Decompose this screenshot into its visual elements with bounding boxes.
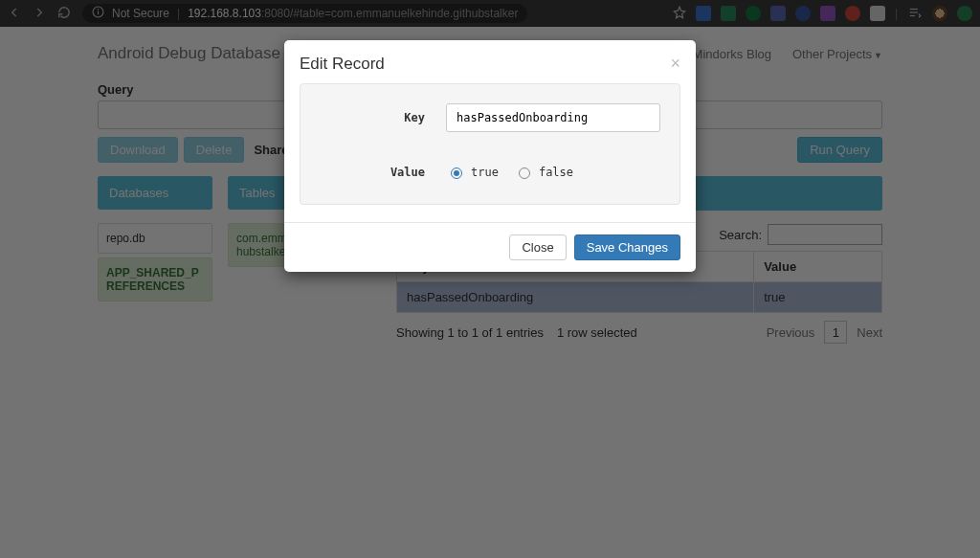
radio-true[interactable]: true [446,165,499,179]
modal-title: Edit Record [300,55,385,74]
radio-true-label: true [471,166,499,179]
close-button[interactable]: Close [509,234,566,260]
modal-form: Key Value true false [300,83,680,205]
edit-record-modal: Edit Record × Key Value true false [284,40,696,272]
key-field-label: Key [320,111,425,124]
radio-false[interactable]: false [514,165,573,179]
value-field-label: Value [320,166,425,179]
radio-false-input[interactable] [519,167,530,179]
save-changes-button[interactable]: Save Changes [574,234,680,260]
radio-false-label: false [539,166,573,179]
close-icon[interactable]: × [670,54,680,74]
radio-true-input[interactable] [451,167,462,179]
key-field[interactable] [446,103,660,132]
